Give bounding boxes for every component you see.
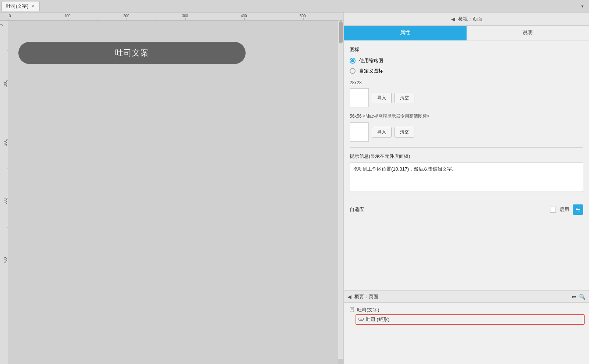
icon-56-label: 56x56 <Mac视网膜显示器专用高清图标> bbox=[350, 113, 583, 119]
rect-icon bbox=[358, 317, 364, 322]
hint-section: 提示信息(显示在元件库面板) 拖动到工作区位置(10,317)，然后双击编辑文字… bbox=[350, 153, 583, 193]
icon-56-clear-btn[interactable]: 清空 bbox=[395, 127, 414, 138]
svg-text:0: 0 bbox=[9, 14, 11, 18]
canvas-area: 0 100 200 300 400 500 bbox=[0, 13, 343, 364]
ruler-corner bbox=[0, 13, 8, 21]
tab-properties[interactable]: 属性 bbox=[344, 26, 467, 40]
tree-page-label: 吐司(文字) bbox=[357, 307, 379, 313]
horizontal-ruler-svg: 0 100 200 300 400 500 bbox=[8, 13, 343, 21]
tab-properties-label: 属性 bbox=[400, 29, 410, 36]
icon-28-import-btn[interactable]: 导入 bbox=[372, 93, 392, 103]
divider-2 bbox=[350, 199, 583, 199]
vertical-ruler-svg: 0 100 200 300 400 bbox=[0, 21, 8, 364]
overview-filter-icon[interactable]: ⇌ bbox=[572, 294, 576, 300]
adaptive-label: 自适应 bbox=[350, 206, 546, 213]
panel-title: 检视：页面 bbox=[458, 16, 482, 22]
horizontal-ruler: 0 100 200 300 400 500 bbox=[8, 13, 343, 21]
overview-title-area: ◀ 概要：页面 bbox=[347, 293, 378, 300]
tab-label: 吐司(文字) bbox=[6, 3, 29, 10]
svg-rect-18 bbox=[0, 21, 8, 364]
overview-search-icon[interactable]: 🔍 bbox=[579, 294, 585, 300]
icon-28-label: 28x28 bbox=[350, 80, 583, 85]
panel-header: ◀ 检视：页面 bbox=[344, 13, 589, 26]
panel-back-icon[interactable]: ◀ bbox=[451, 16, 455, 22]
svg-rect-36 bbox=[350, 307, 354, 312]
tab-description-label: 说明 bbox=[522, 29, 533, 36]
svg-text:500: 500 bbox=[300, 14, 306, 18]
main-area: 0 100 200 300 400 500 bbox=[0, 13, 589, 364]
svg-text:100: 100 bbox=[64, 14, 71, 18]
icon-section-label: 图标 bbox=[350, 46, 583, 53]
overview-title-text: 概要：页面 bbox=[354, 293, 378, 300]
tab-close-icon[interactable]: ✕ bbox=[32, 4, 35, 8]
overview-panel: ◀ 概要：页面 ⇌ 🔍 bbox=[344, 290, 589, 364]
icon-56-preview bbox=[350, 122, 369, 142]
overview-tree: 吐司(文字) 吐司 (矩形) bbox=[344, 303, 589, 364]
icon-radio-group: 使用缩略图 自定义图标 bbox=[350, 57, 583, 74]
svg-text:200: 200 bbox=[3, 139, 7, 146]
radio-use-thumbnail-label: 使用缩略图 bbox=[359, 57, 383, 64]
icon-28-clear-btn[interactable]: 清空 bbox=[395, 93, 414, 103]
divider-1 bbox=[350, 147, 583, 148]
scrollbar-thumb[interactable] bbox=[339, 21, 343, 43]
panel-content: 图标 使用缩略图 自定义图标 28x28 导入 清空 bbox=[344, 40, 589, 290]
tree-shape-label: 吐司 (矩形) bbox=[366, 316, 389, 323]
icon-28-upload-row: 导入 清空 bbox=[350, 88, 583, 107]
active-tab[interactable]: 吐司(文字) ✕ bbox=[1, 1, 40, 11]
right-panel: ◀ 检视：页面 属性 说明 图标 使用缩略图 bbox=[343, 13, 589, 364]
svg-rect-0 bbox=[8, 13, 343, 21]
svg-text:400: 400 bbox=[3, 257, 7, 263]
hint-textarea[interactable]: 拖动到工作区位置(10,317)，然后双击编辑文字。 bbox=[350, 163, 583, 192]
adaptive-section: 自适应 启用 bbox=[350, 204, 583, 215]
tab-dropdown-button[interactable]: ▾ bbox=[577, 1, 588, 11]
radio-custom-icon-label: 自定义图标 bbox=[359, 68, 383, 74]
overview-back-icon[interactable]: ◀ bbox=[347, 294, 351, 300]
overview-header: ◀ 概要：页面 ⇌ 🔍 bbox=[344, 291, 589, 303]
tab-description[interactable]: 说明 bbox=[467, 26, 589, 40]
icon-56-upload-row: 导入 清空 bbox=[350, 122, 583, 142]
adaptive-enable-label: 启用 bbox=[560, 206, 569, 213]
canvas-background bbox=[8, 21, 338, 364]
svg-rect-33 bbox=[576, 209, 580, 210]
canvas-viewport[interactable]: 吐司文案 bbox=[8, 21, 343, 364]
radio-custom-icon[interactable]: 自定义图标 bbox=[350, 68, 583, 74]
tab-bar: 吐司(文字) ✕ ▾ bbox=[0, 0, 589, 13]
toast-text: 吐司文案 bbox=[115, 47, 149, 58]
adaptive-link-icon[interactable] bbox=[573, 204, 583, 215]
svg-text:300: 300 bbox=[182, 14, 188, 18]
hint-label: 提示信息(显示在元件库面板) bbox=[350, 153, 583, 160]
page-icon bbox=[350, 307, 355, 313]
svg-text:400: 400 bbox=[241, 14, 247, 18]
overview-actions: ⇌ 🔍 bbox=[572, 294, 585, 300]
svg-text:300: 300 bbox=[3, 198, 7, 204]
icon-28-section: 28x28 导入 清空 bbox=[350, 80, 583, 107]
toast-element[interactable]: 吐司文案 bbox=[18, 42, 246, 64]
tree-item-shape[interactable]: 吐司 (矩形) bbox=[356, 314, 585, 325]
radio-use-thumbnail-circle bbox=[350, 58, 356, 64]
properties-tabs: 属性 说明 bbox=[344, 26, 589, 40]
tree-item-page[interactable]: 吐司(文字) bbox=[348, 306, 585, 314]
adaptive-checkbox[interactable] bbox=[550, 207, 556, 213]
vertical-ruler: 0 100 200 300 400 bbox=[0, 21, 8, 364]
icon-56-section: 56x56 <Mac视网膜显示器专用高清图标> 导入 清空 bbox=[350, 113, 583, 142]
svg-text:100: 100 bbox=[3, 81, 7, 87]
radio-custom-icon-circle bbox=[350, 68, 356, 74]
canvas-scrollbar-vertical[interactable] bbox=[338, 21, 343, 359]
svg-text:0: 0 bbox=[0, 24, 3, 26]
svg-rect-35 bbox=[578, 211, 580, 211]
svg-rect-34 bbox=[576, 208, 578, 208]
icon-56-import-btn[interactable]: 导入 bbox=[372, 127, 392, 138]
icon-28-preview bbox=[350, 88, 369, 107]
radio-use-thumbnail[interactable]: 使用缩略图 bbox=[350, 57, 583, 64]
svg-text:200: 200 bbox=[123, 14, 129, 18]
